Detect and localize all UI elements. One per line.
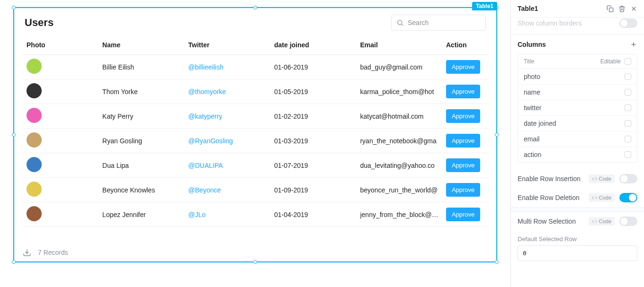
- column-config-item[interactable]: twitter: [518, 100, 637, 116]
- twitter-link[interactable]: @Beyonce: [188, 186, 221, 194]
- widget-label-tag[interactable]: Table1: [472, 2, 497, 10]
- resize-handle[interactable]: [253, 6, 257, 9]
- cell-email: bad_guy@gmail.com: [356, 55, 442, 79]
- cell-name: Ryan Gosling: [98, 129, 184, 153]
- column-header-date[interactable]: date joined: [270, 35, 356, 55]
- resize-handle[interactable]: [12, 260, 16, 264]
- column-config-item[interactable]: email: [518, 131, 637, 147]
- twitter-link[interactable]: @billieeilish: [188, 63, 224, 71]
- approve-button[interactable]: Approve: [446, 60, 480, 74]
- avatar: [27, 132, 42, 148]
- approve-button[interactable]: Approve: [446, 134, 480, 148]
- editable-all-checkbox[interactable]: [625, 58, 631, 65]
- table-row[interactable]: Ryan Gosling@RyanGosling01-03-2019ryan_t…: [23, 129, 488, 153]
- twitter-link[interactable]: @RyanGosling: [188, 137, 233, 145]
- editable-checkbox[interactable]: [625, 89, 631, 96]
- enable-row-deletion-label: Enable Row Deletion: [518, 194, 580, 201]
- avatar: [27, 108, 42, 123]
- avatar: [27, 83, 42, 98]
- code-pill[interactable]: Code: [589, 193, 615, 202]
- columns-title-header: Title: [524, 58, 534, 65]
- cell-name: Billie Eilish: [98, 55, 184, 79]
- cell-name: Katy Perry: [98, 104, 184, 129]
- column-config-item[interactable]: name: [518, 85, 637, 100]
- table-row[interactable]: Thom Yorke@thomyorke01-05-2019karma_poli…: [23, 79, 488, 104]
- column-header-twitter[interactable]: Twitter: [185, 35, 270, 55]
- approve-button[interactable]: Approve: [446, 109, 480, 123]
- table-widget[interactable]: Users Photo Name Twitter date joined Em: [13, 7, 497, 262]
- table-row[interactable]: Dua Lipa@DUALIPA01-07-2019dua_levitating…: [23, 153, 488, 178]
- editable-checkbox[interactable]: [625, 120, 631, 127]
- cell-email: ryan_the_notebook@gma: [356, 129, 442, 153]
- delete-icon[interactable]: [618, 5, 626, 12]
- search-input[interactable]: [408, 19, 481, 26]
- column-config-item[interactable]: photo: [518, 69, 637, 85]
- toggle-multi-row-selection[interactable]: [619, 217, 637, 226]
- editable-checkbox[interactable]: [625, 151, 631, 158]
- cell-date: 01-05-2019: [270, 79, 356, 104]
- column-config-item[interactable]: date joined: [518, 116, 637, 131]
- svg-line-1: [402, 24, 403, 26]
- twitter-link[interactable]: @thomyorke: [188, 88, 226, 96]
- toggle-row-insertion[interactable]: [619, 174, 637, 183]
- columns-section-heading: Columns: [518, 41, 546, 48]
- cell-email: jenny_from_the_block@ya: [356, 202, 442, 227]
- cell-date: 01-03-2019: [270, 129, 356, 153]
- columns-list: Title Editable photonametwitterdate join…: [518, 54, 637, 163]
- code-pill[interactable]: Code: [589, 217, 615, 226]
- approve-button[interactable]: Approve: [446, 183, 480, 197]
- cell-date: 01-04-2019: [270, 202, 356, 227]
- column-header-action[interactable]: Action: [442, 35, 488, 55]
- column-header-email[interactable]: Email: [356, 35, 442, 55]
- column-config-label: name: [524, 88, 540, 96]
- cell-email: beyonce_run_the_world@: [356, 178, 442, 202]
- table-row[interactable]: Billie Eilish@billieeilish01-06-2019bad_…: [23, 55, 488, 79]
- cell-name: Thom Yorke: [98, 79, 184, 104]
- column-header-name[interactable]: Name: [98, 35, 184, 55]
- resize-handle[interactable]: [495, 260, 499, 264]
- canvas-area[interactable]: Table1 Users: [0, 0, 510, 287]
- avatar: [27, 182, 42, 197]
- toggle-row-deletion[interactable]: [619, 193, 637, 202]
- resize-handle[interactable]: [495, 133, 499, 137]
- column-config-label: email: [524, 135, 539, 143]
- twitter-link[interactable]: @JLo: [188, 211, 206, 218]
- column-header-photo[interactable]: Photo: [23, 35, 98, 55]
- toggle-show-column-borders[interactable]: [619, 18, 637, 28]
- editable-checkbox[interactable]: [625, 104, 631, 111]
- search-icon: [396, 19, 404, 26]
- users-table: Photo Name Twitter date joined Email Act…: [23, 35, 488, 227]
- twitter-link[interactable]: @DUALIPA: [188, 162, 223, 169]
- table-row[interactable]: Lopez Jennifer@JLo01-04-2019jenny_from_t…: [23, 202, 488, 227]
- avatar: [27, 157, 42, 172]
- approve-button[interactable]: Approve: [446, 158, 480, 172]
- column-config-item[interactable]: action: [518, 147, 637, 162]
- enable-row-insertion-label: Enable Row Insertion: [518, 175, 581, 183]
- plus-icon: [630, 41, 637, 48]
- copy-icon[interactable]: [607, 5, 614, 12]
- page-title: Users: [25, 17, 54, 29]
- cell-email: karma_police_thom@hot: [356, 79, 442, 104]
- code-icon: [592, 195, 597, 200]
- cell-date: 01-09-2019: [270, 178, 356, 202]
- editable-checkbox[interactable]: [625, 136, 631, 142]
- code-pill[interactable]: Code: [589, 174, 615, 183]
- resize-handle[interactable]: [12, 133, 16, 137]
- cell-name: Dua Lipa: [98, 153, 184, 178]
- multi-row-selection-label: Multi Row Selection: [518, 217, 576, 225]
- column-config-label: twitter: [524, 104, 541, 112]
- table-row[interactable]: Beyonce Knowles@Beyonce01-09-2019beyonce…: [23, 178, 488, 202]
- editable-checkbox[interactable]: [625, 73, 631, 80]
- default-selected-row-input[interactable]: [518, 245, 637, 261]
- cell-date: 01-07-2019: [270, 153, 356, 178]
- resize-handle[interactable]: [253, 260, 257, 264]
- resize-handle[interactable]: [12, 6, 16, 9]
- close-icon[interactable]: [630, 5, 637, 12]
- download-icon[interactable]: [23, 248, 31, 257]
- search-input-wrap[interactable]: [391, 15, 486, 31]
- approve-button[interactable]: Approve: [446, 85, 480, 98]
- twitter-link[interactable]: @katyperry: [188, 113, 223, 120]
- add-column-button[interactable]: [630, 41, 637, 48]
- table-row[interactable]: Katy Perry@katyperry01-02-2019katycat@ho…: [23, 104, 488, 129]
- approve-button[interactable]: Approve: [446, 208, 480, 221]
